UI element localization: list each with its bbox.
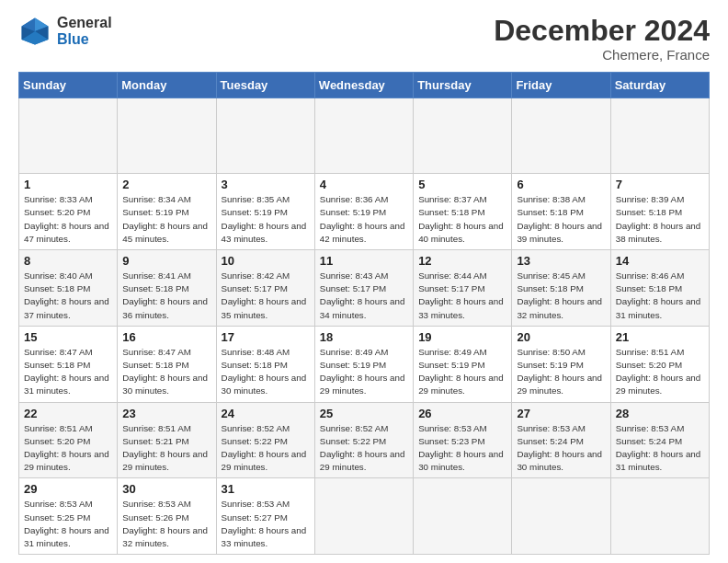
calendar-day-cell: 31Sunrise: 8:53 AMSunset: 5:27 PMDayligh… [216, 478, 314, 555]
col-sunday: Sunday [19, 73, 118, 98]
day-info: Sunrise: 8:49 AMSunset: 5:19 PMDaylight:… [418, 346, 506, 398]
day-number: 16 [122, 330, 210, 344]
day-number: 22 [24, 407, 112, 420]
location: Chemere, France [494, 47, 710, 63]
calendar-day-cell: 20Sunrise: 8:50 AMSunset: 5:19 PMDayligh… [512, 326, 610, 402]
page: General Blue December 2024 Chemere, Fran… [0, 0, 728, 563]
day-info: Sunrise: 8:45 AMSunset: 5:18 PMDaylight:… [517, 270, 605, 322]
col-friday: Friday [512, 73, 610, 98]
calendar-week-row: 29Sunrise: 8:53 AMSunset: 5:25 PMDayligh… [19, 478, 710, 555]
header: General Blue December 2024 Chemere, Fran… [18, 15, 710, 63]
day-number: 20 [517, 330, 605, 344]
calendar-day-cell [512, 98, 610, 174]
day-number: 15 [24, 330, 112, 344]
day-info: Sunrise: 8:39 AMSunset: 5:18 PMDaylight:… [616, 193, 704, 246]
calendar-day-cell [314, 98, 413, 174]
day-number: 19 [418, 330, 506, 344]
day-number: 18 [320, 330, 408, 344]
calendar-day-cell: 24Sunrise: 8:52 AMSunset: 5:22 PMDayligh… [216, 402, 314, 478]
calendar-week-row: 22Sunrise: 8:51 AMSunset: 5:20 PMDayligh… [19, 402, 710, 478]
day-number: 9 [122, 254, 210, 268]
day-number: 8 [24, 254, 112, 268]
day-info: Sunrise: 8:53 AMSunset: 5:24 PMDaylight:… [616, 422, 704, 475]
day-info: Sunrise: 8:51 AMSunset: 5:20 PMDaylight:… [24, 422, 112, 475]
calendar-day-cell [610, 478, 709, 555]
calendar-day-cell: 27Sunrise: 8:53 AMSunset: 5:24 PMDayligh… [512, 402, 610, 478]
day-info: Sunrise: 8:40 AMSunset: 5:18 PMDaylight:… [24, 270, 112, 322]
title-block: December 2024 Chemere, France [494, 15, 710, 63]
calendar-day-cell: 5Sunrise: 8:37 AMSunset: 5:18 PMDaylight… [414, 174, 512, 250]
logo-general: General [57, 15, 112, 31]
logo-blue: Blue [57, 31, 112, 48]
col-thursday: Thursday [414, 73, 512, 98]
day-number: 3 [222, 178, 310, 191]
calendar-day-cell [19, 98, 118, 174]
calendar-day-cell: 8Sunrise: 8:40 AMSunset: 5:18 PMDaylight… [19, 250, 118, 327]
calendar-day-cell: 18Sunrise: 8:49 AMSunset: 5:19 PMDayligh… [314, 326, 413, 402]
calendar-week-row: 15Sunrise: 8:47 AMSunset: 5:18 PMDayligh… [19, 326, 710, 402]
calendar-day-cell: 10Sunrise: 8:42 AMSunset: 5:17 PMDayligh… [216, 250, 314, 327]
day-number: 4 [320, 178, 408, 191]
col-tuesday: Tuesday [216, 73, 314, 98]
calendar-day-cell: 13Sunrise: 8:45 AMSunset: 5:18 PMDayligh… [512, 250, 610, 327]
day-number: 1 [24, 178, 112, 191]
day-info: Sunrise: 8:42 AMSunset: 5:17 PMDaylight:… [222, 270, 310, 322]
day-number: 12 [418, 254, 506, 268]
calendar-day-cell [216, 98, 314, 174]
calendar-day-cell: 21Sunrise: 8:51 AMSunset: 5:20 PMDayligh… [610, 326, 709, 402]
day-number: 6 [517, 178, 605, 191]
calendar-day-cell: 16Sunrise: 8:47 AMSunset: 5:18 PMDayligh… [118, 326, 216, 402]
day-info: Sunrise: 8:36 AMSunset: 5:19 PMDaylight:… [320, 193, 408, 246]
calendar-day-cell: 6Sunrise: 8:38 AMSunset: 5:18 PMDaylight… [512, 174, 610, 250]
calendar-day-cell: 19Sunrise: 8:49 AMSunset: 5:19 PMDayligh… [414, 326, 512, 402]
calendar-week-row [19, 98, 710, 174]
calendar-day-cell: 1Sunrise: 8:33 AMSunset: 5:20 PMDaylight… [19, 174, 118, 250]
calendar-day-cell: 29Sunrise: 8:53 AMSunset: 5:25 PMDayligh… [19, 478, 118, 555]
day-info: Sunrise: 8:46 AMSunset: 5:18 PMDaylight:… [616, 270, 704, 322]
calendar-day-cell: 2Sunrise: 8:34 AMSunset: 5:19 PMDaylight… [118, 174, 216, 250]
day-info: Sunrise: 8:47 AMSunset: 5:18 PMDaylight:… [122, 346, 210, 398]
col-wednesday: Wednesday [314, 73, 413, 98]
day-number: 17 [222, 330, 310, 344]
calendar-day-cell: 14Sunrise: 8:46 AMSunset: 5:18 PMDayligh… [610, 250, 709, 327]
calendar-day-cell: 25Sunrise: 8:52 AMSunset: 5:22 PMDayligh… [314, 402, 413, 478]
day-number: 13 [517, 254, 605, 268]
day-info: Sunrise: 8:53 AMSunset: 5:24 PMDaylight:… [517, 422, 605, 475]
calendar-day-cell [512, 478, 610, 555]
calendar-week-row: 8Sunrise: 8:40 AMSunset: 5:18 PMDaylight… [19, 250, 710, 327]
day-number: 29 [24, 482, 112, 496]
day-info: Sunrise: 8:41 AMSunset: 5:18 PMDaylight:… [122, 270, 210, 322]
day-info: Sunrise: 8:51 AMSunset: 5:20 PMDaylight:… [616, 346, 704, 398]
calendar-day-cell: 17Sunrise: 8:48 AMSunset: 5:18 PMDayligh… [216, 326, 314, 402]
calendar-week-row: 1Sunrise: 8:33 AMSunset: 5:20 PMDaylight… [19, 174, 710, 250]
calendar-table: Sunday Monday Tuesday Wednesday Thursday… [18, 72, 710, 555]
calendar-day-cell [414, 98, 512, 174]
day-info: Sunrise: 8:35 AMSunset: 5:19 PMDaylight:… [222, 193, 310, 246]
day-number: 11 [320, 254, 408, 268]
day-number: 31 [222, 482, 310, 496]
calendar-day-cell [314, 478, 413, 555]
col-saturday: Saturday [610, 73, 709, 98]
day-number: 14 [616, 254, 704, 268]
day-number: 21 [616, 330, 704, 344]
calendar-day-cell [414, 478, 512, 555]
day-info: Sunrise: 8:52 AMSunset: 5:22 PMDaylight:… [320, 422, 408, 475]
logo: General Blue [18, 15, 112, 48]
calendar-day-cell: 22Sunrise: 8:51 AMSunset: 5:20 PMDayligh… [19, 402, 118, 478]
day-number: 5 [418, 178, 506, 191]
day-info: Sunrise: 8:53 AMSunset: 5:26 PMDaylight:… [122, 498, 210, 550]
day-info: Sunrise: 8:50 AMSunset: 5:19 PMDaylight:… [517, 346, 605, 398]
calendar-day-cell: 3Sunrise: 8:35 AMSunset: 5:19 PMDaylight… [216, 174, 314, 250]
calendar-day-cell [610, 98, 709, 174]
day-info: Sunrise: 8:44 AMSunset: 5:17 PMDaylight:… [418, 270, 506, 322]
day-number: 2 [122, 178, 210, 191]
day-number: 10 [222, 254, 310, 268]
month-title: December 2024 [494, 15, 710, 47]
day-info: Sunrise: 8:38 AMSunset: 5:18 PMDaylight:… [517, 193, 605, 246]
calendar-day-cell: 12Sunrise: 8:44 AMSunset: 5:17 PMDayligh… [414, 250, 512, 327]
day-info: Sunrise: 8:52 AMSunset: 5:22 PMDaylight:… [222, 422, 310, 475]
day-info: Sunrise: 8:51 AMSunset: 5:21 PMDaylight:… [122, 422, 210, 475]
day-info: Sunrise: 8:43 AMSunset: 5:17 PMDaylight:… [320, 270, 408, 322]
day-info: Sunrise: 8:49 AMSunset: 5:19 PMDaylight:… [320, 346, 408, 398]
calendar-day-cell: 28Sunrise: 8:53 AMSunset: 5:24 PMDayligh… [610, 402, 709, 478]
